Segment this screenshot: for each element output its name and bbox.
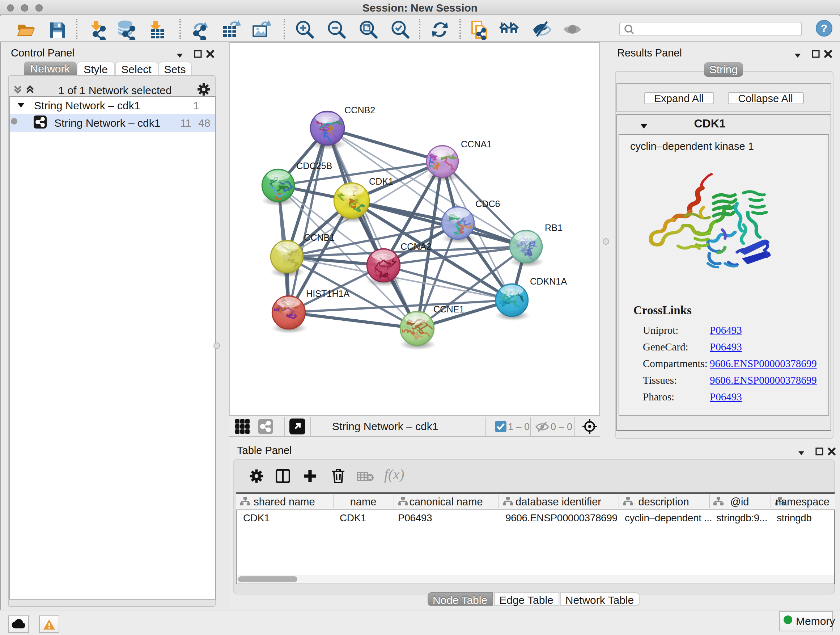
svg-text:?: ?	[821, 22, 827, 34]
svg-text:CCNB2: CCNB2	[344, 105, 375, 115]
svg-text:CCNA1: CCNA1	[461, 139, 492, 149]
svg-text:CCNB1: CCNB1	[304, 233, 335, 242]
svg-text:HIST1H1A: HIST1H1A	[306, 288, 350, 299]
svg-text:CCNE1: CCNE1	[433, 304, 464, 314]
svg-text:RB1: RB1	[545, 223, 562, 233]
svg-text:CDK1: CDK1	[369, 176, 393, 187]
svg-text:CCNA2: CCNA2	[401, 241, 431, 252]
svg-text:CDC25B: CDC25B	[296, 161, 332, 171]
svg-text:CDC6: CDC6	[475, 199, 500, 209]
svg-text:CDKN1A: CDKN1A	[530, 276, 567, 287]
